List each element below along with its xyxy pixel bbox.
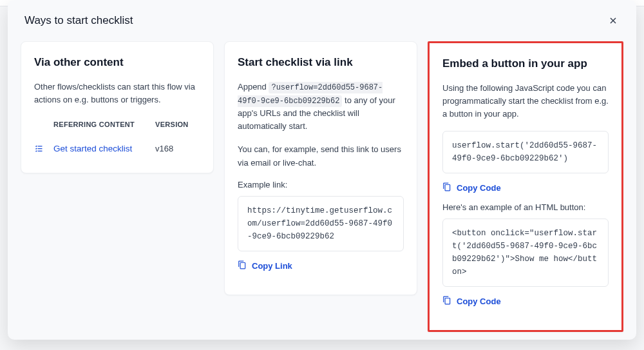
copy-icon [238,260,247,271]
checklist-icon [34,144,53,153]
card-description-2: You can, for example, send this link to … [238,143,404,169]
th-version: VERSION [155,121,200,128]
html-example-label: Here's an example of an HTML button: [442,202,609,212]
example-link-label: Example link: [238,180,404,190]
card-title: Via other content [34,56,200,69]
example-link-code: https://tinytime.getuserflow.com/userflo… [238,196,404,251]
copy-icon [442,296,451,307]
card-description: Using the following JavaScript code you … [442,82,609,121]
referring-content-link[interactable]: Get started checklist [53,144,155,153]
copy-code-button-2[interactable]: Copy Code [442,296,609,307]
card-title: Embed a button in your app [442,57,609,70]
modal-title: Ways to start checklist [24,14,133,27]
html-code-block: <button onclick="userflow.start('2dd60d5… [442,219,609,287]
js-code-block: userflow.start('2dd60d55-9687-49f0-9ce9-… [442,131,609,173]
copy-code-label: Copy Code [457,183,501,193]
table-row[interactable]: Get started checklist v168 [34,139,200,159]
copy-icon [442,182,451,193]
copy-code-button[interactable]: Copy Code [442,182,609,193]
desc-text: Append [238,82,269,92]
copy-link-button[interactable]: Copy Link [238,260,404,271]
card-description: Append ?userflow=2dd60d55-9687-49f0-9ce9… [238,81,404,133]
copy-code-label: Copy Code [457,297,501,306]
cards-row: Via other content Other flows/checklists… [21,41,623,332]
card-description: Other flows/checklists can start this fl… [34,81,200,106]
start-checklist-modal: Ways to start checklist Via other conten… [8,0,636,340]
modal-header: Ways to start checklist [21,14,623,27]
card-start-via-link: Start checklist via link Append ?userflo… [224,41,417,295]
card-embed-button: Embed a button in your app Using the fol… [428,41,623,332]
table-header: REFERRING CONTENT VERSION [34,117,200,132]
copy-link-label: Copy Link [252,261,292,271]
close-icon[interactable] [607,14,620,27]
version-value: v168 [155,144,200,153]
card-via-other-content: Via other content Other flows/checklists… [21,41,214,173]
card-title: Start checklist via link [238,56,404,69]
th-referring-content: REFERRING CONTENT [34,121,155,128]
